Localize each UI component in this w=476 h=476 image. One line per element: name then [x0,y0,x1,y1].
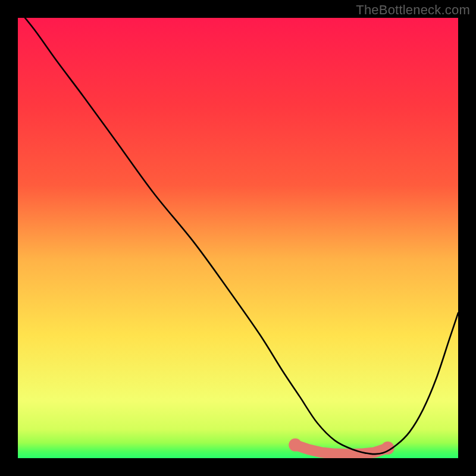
watermark-text: TheBottleneck.com [356,2,470,18]
trough-marker-dot-left [289,439,302,452]
chart-svg [18,18,458,458]
gradient-background [18,18,458,458]
plot-area [18,18,458,458]
chart-frame: TheBottleneck.com [0,0,476,476]
